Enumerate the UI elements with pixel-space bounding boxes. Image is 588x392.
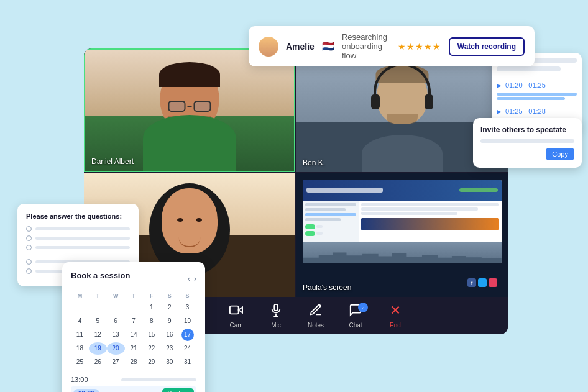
cal-week-4: 18 19 20 21 22 23 24 — [71, 342, 196, 355]
invite-title: Invite others to spectate — [480, 125, 574, 134]
video-cell-daniel: Daniel Albert — [84, 48, 295, 172]
svg-rect-2 — [274, 304, 278, 310]
timeline-bar-2 — [497, 97, 565, 100]
cam-button[interactable]: Cam — [219, 300, 254, 331]
video-cell-paula: f Paula's screen — [296, 173, 508, 297]
time-range-2: 01:25 - 01:28 — [505, 107, 546, 115]
time-slots: 13:00 13:30 Confirm 14:00 — [71, 373, 196, 392]
notes-button[interactable]: Notes — [298, 300, 333, 331]
time-slot-1300: 13:00 — [71, 373, 196, 386]
watch-recording-button[interactable]: Watch recording — [449, 37, 525, 56]
cam-icon — [229, 303, 243, 320]
chat-label: Chat — [349, 322, 362, 329]
recording-entry-1[interactable]: ▶ 01:20 - 01:25 — [497, 79, 577, 91]
calendar-grid: M T W T F S S 1 2 3 4 5 6 7 8 9 10 11 — [71, 293, 196, 368]
avatar — [259, 37, 278, 57]
radio-3[interactable] — [26, 245, 32, 250]
cal-week-1: 1 2 3 — [71, 301, 196, 314]
calendar-nav: ‹ › — [188, 275, 196, 283]
end-icon — [388, 303, 402, 320]
cal-header-w: W — [107, 293, 125, 299]
time-chip-1330[interactable]: 13:30 — [73, 389, 99, 392]
time-range-1: 01:20 - 01:25 — [505, 81, 546, 89]
cal-today[interactable]: 17 — [181, 329, 194, 341]
notes-icon — [309, 303, 323, 320]
mic-icon — [269, 303, 283, 320]
end-label: End — [390, 322, 401, 329]
svg-rect-1 — [230, 306, 239, 314]
calendar-header: M T W T F S S — [71, 293, 196, 299]
play-icon-1: ▶ — [497, 82, 502, 89]
timeline-bar-1 — [497, 93, 577, 96]
survey-option-1 — [26, 226, 130, 232]
chat-badge: 2 — [358, 303, 368, 312]
cal-week-2: 4 5 6 7 8 9 10 — [71, 315, 196, 327]
radio-4[interactable] — [26, 259, 32, 265]
end-button[interactable]: End — [378, 300, 413, 331]
radio-1[interactable] — [26, 226, 32, 232]
mic-button[interactable]: Mic — [259, 300, 293, 331]
invite-popup: Invite others to spectate Copy — [473, 118, 582, 168]
survey-title: Please answer the questions: — [26, 212, 130, 220]
cal-week-3: 11 12 13 14 15 16 17 — [71, 329, 196, 341]
video-grid: Daniel Albert Ben K. — [84, 48, 508, 297]
recording-entry-2[interactable]: ▶ 01:25 - 01:28 — [497, 105, 577, 117]
video-label-paula: Paula's screen — [303, 283, 351, 292]
time-1300: 13:00 — [71, 376, 88, 383]
confirm-button[interactable]: Confirm — [162, 388, 194, 392]
cal-header-s2: S — [178, 293, 196, 299]
recording-bar-2 — [497, 66, 561, 71]
video-label-ben: Ben K. — [303, 158, 325, 167]
user-name: Amelie — [286, 42, 315, 52]
radio-2[interactable] — [26, 235, 32, 241]
cal-header-t1: T — [89, 293, 107, 299]
flag-icon: 🇳🇱 — [322, 40, 334, 52]
invite-footer: Copy — [480, 148, 574, 160]
star-rating: ★★★★★ — [398, 42, 441, 52]
video-label-daniel: Daniel Albert — [91, 157, 134, 166]
cam-label: Cam — [229, 322, 242, 329]
cal-header-f: F — [142, 293, 160, 299]
cal-week-5: 25 26 27 28 29 30 31 — [71, 356, 196, 368]
chat-button[interactable]: 2 Chat — [338, 300, 373, 331]
option-bar-2 — [35, 237, 130, 240]
time-selected-1330: 13:30 — [73, 389, 99, 392]
cal-header-t2: T — [125, 293, 143, 299]
calendar-title: Book a session — [71, 271, 130, 280]
invite-input-bar — [480, 139, 574, 143]
time-slot-1330: 13:30 Confirm — [71, 386, 196, 392]
copy-button[interactable]: Copy — [546, 148, 574, 160]
radio-5[interactable] — [26, 268, 32, 274]
option-bar-3 — [35, 246, 130, 249]
session-title: Researching onboarding flow — [342, 32, 390, 60]
play-icon-2: ▶ — [497, 108, 502, 115]
cal-header-m: M — [71, 293, 89, 299]
option-bar-1 — [35, 227, 130, 230]
top-bar: Amelie 🇳🇱 Researching onboarding flow ★★… — [249, 26, 535, 66]
cal-next-button[interactable]: › — [194, 275, 196, 283]
cal-prev-button[interactable]: ‹ — [188, 275, 190, 283]
calendar-card: Book a session ‹ › M T W T F S S 1 2 3 4… — [62, 262, 205, 392]
notes-label: Notes — [308, 322, 324, 329]
mic-label: Mic — [271, 322, 281, 329]
survey-option-3 — [26, 245, 130, 250]
cal-header-s1: S — [160, 293, 178, 299]
survey-option-2 — [26, 235, 130, 241]
time-bar-1 — [121, 378, 196, 381]
